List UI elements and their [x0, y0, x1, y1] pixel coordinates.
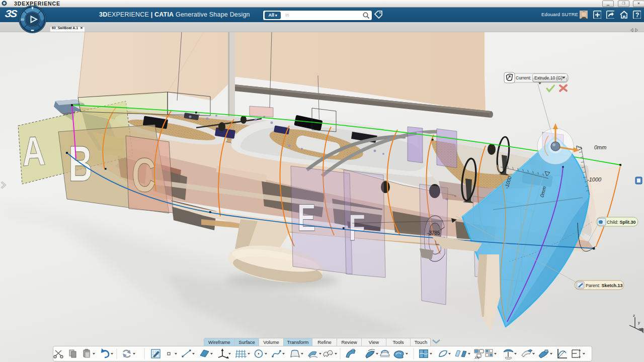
svg-text:-3785: -3785: [427, 230, 440, 236]
svg-text:3D: 3D: [21, 18, 25, 21]
svg-text:Child: Split.30: Child: Split.30: [607, 220, 636, 225]
svg-text:Current:: Current:: [516, 75, 531, 80]
svg-text:E: E: [297, 196, 316, 239]
svg-text:?: ?: [635, 12, 639, 19]
svg-text:-1000: -1000: [587, 176, 602, 183]
svg-text:Extrude.10 (G): Extrude.10 (G): [534, 75, 562, 80]
svg-text:0mm: 0mm: [594, 144, 606, 150]
svg-text:A: A: [21, 127, 46, 175]
svg-text:i: i: [42, 18, 42, 21]
svg-text:C: C: [132, 147, 156, 202]
svg-text:XN: XN: [474, 356, 480, 359]
svg-text:y: y: [638, 320, 640, 325]
svg-text:F: F: [349, 206, 365, 248]
svg-text:Parent: Sketch.13: Parent: Sketch.13: [586, 283, 623, 288]
svg-text:z: z: [633, 313, 635, 318]
